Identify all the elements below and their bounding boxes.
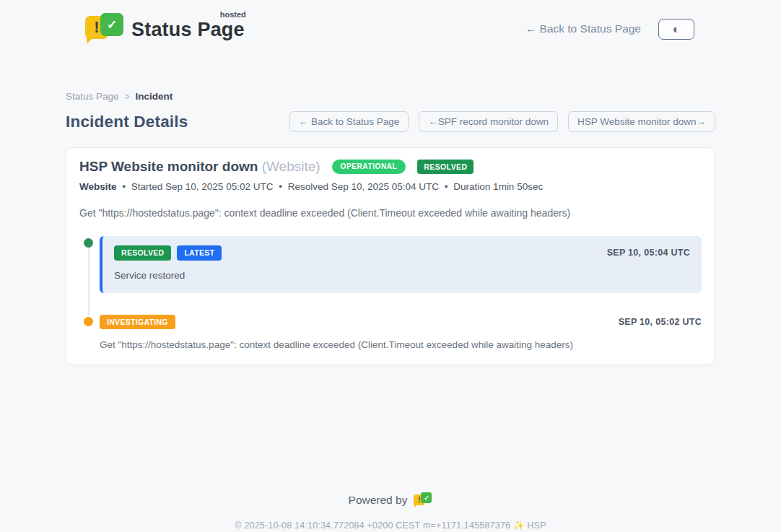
meta-separator: • (445, 181, 448, 192)
main-content: Status Page > Incident Incident Details … (66, 91, 715, 365)
next-incident-button[interactable]: HSP Website monitor down→ (568, 111, 715, 132)
copyright-line: © 2025-10-08 14:10:34.772084 +0200 CEST … (0, 520, 781, 531)
timeline-message: Get "https://hostedstatus.page": context… (100, 339, 702, 350)
page-footer: Powered by ! ✓ © 2025-10-08 14:10:34.772… (0, 492, 781, 531)
breadcrumb-status-page[interactable]: Status Page (66, 91, 119, 102)
meta-separator: • (279, 181, 282, 192)
latest-badge: LATEST (177, 245, 222, 261)
logo-text-wrap: Status Page hosted (131, 13, 245, 41)
investigating-badge: INVESTIGATING (100, 315, 175, 330)
theme-toggle-button[interactable]: ◐ (658, 19, 694, 40)
timeline-timestamp: SEP 10, 05:04 UTC (607, 248, 690, 258)
powered-by-label: Powered by (349, 494, 408, 507)
breadcrumb: Status Page > Incident (66, 91, 715, 102)
title-row: Incident Details ← Back to Status Page ←… (66, 111, 715, 132)
powered-by[interactable]: Powered by ! ✓ (349, 492, 433, 508)
back-to-status-page-button[interactable]: ← Back to Status Page (289, 111, 409, 132)
meta-separator: • (122, 181, 126, 192)
incident-meta: Website • Started Sep 10, 2025 05:02 UTC… (79, 181, 702, 192)
header-right: ← Back to Status Page ◐ (525, 19, 694, 40)
timeline-dot-column (79, 236, 98, 293)
incident-scope: (Website) (262, 159, 320, 174)
incident-timeline: RESOLVED LATEST SEP 10, 05:04 UTC Servic… (79, 236, 702, 350)
resolved-state-badge: RESOLVED (417, 160, 474, 175)
incident-title: HSP Website monitor down (Website) (79, 159, 320, 175)
timeline-entry-head: INVESTIGATING SEP 10, 05:02 UTC (100, 315, 702, 330)
orange-dot-icon (84, 317, 93, 326)
monitor-name: Website (79, 181, 117, 192)
prev-incident-button[interactable]: ←SPF record monitor down (419, 111, 558, 132)
timeline-entry-body: INVESTIGATING SEP 10, 05:02 UTC Get "htt… (98, 315, 702, 351)
mini-check-square-icon: ✓ (421, 492, 432, 503)
incident-nav-buttons: ← Back to Status Page ←SPF record monito… (289, 111, 715, 132)
breadcrumb-incident: Incident (136, 91, 173, 102)
timeline-entry-investigating: INVESTIGATING SEP 10, 05:02 UTC Get "htt… (79, 315, 702, 351)
green-dot-icon (84, 238, 93, 248)
started-at: Started Sep 10, 2025 05:02 UTC (131, 181, 274, 192)
resolved-at: Resolved Sep 10, 2025 05:04 UTC (288, 181, 439, 192)
operational-status-badge: OPERATIONAL (332, 160, 406, 174)
timeline-entry-head: RESOLVED LATEST SEP 10, 05:04 UTC (114, 245, 690, 261)
incident-title-row: HSP Website monitor down (Website) OPERA… (79, 159, 702, 175)
incident-card: HSP Website monitor down (Website) OPERA… (66, 147, 715, 365)
page-title: Incident Details (66, 113, 188, 131)
app-logo[interactable]: ! ✓ Status Page hosted (85, 13, 245, 45)
resolved-badge: RESOLVED (114, 245, 171, 261)
timeline-message: Service restored (114, 270, 690, 281)
site-header: ! ✓ Status Page hosted ← Back to Status … (0, 0, 781, 46)
status-page-mini-logo-icon: ! ✓ (414, 492, 432, 508)
timeline-entry-resolved: RESOLVED LATEST SEP 10, 05:04 UTC Servic… (79, 236, 702, 293)
timeline-entry-badges: RESOLVED LATEST (114, 245, 222, 261)
timeline-entry-badges: INVESTIGATING (100, 315, 175, 330)
logo-text: Status Page (131, 19, 245, 40)
logo-superscript: hosted (220, 10, 246, 19)
half-moon-contrast-icon: ◐ (673, 23, 680, 35)
breadcrumb-separator: > (125, 92, 130, 102)
status-page-logo-icon: ! ✓ (85, 13, 124, 45)
header-back-link[interactable]: ← Back to Status Page (525, 22, 641, 35)
duration: Duration 1min 50sec (453, 181, 543, 192)
timeline-dot-column (79, 315, 98, 351)
timeline-timestamp: SEP 10, 05:02 UTC (619, 317, 702, 327)
incident-name: HSP Website monitor down (79, 159, 258, 174)
incident-description: Get "https://hostedstatus.page": context… (79, 207, 702, 219)
timeline-entry-body: RESOLVED LATEST SEP 10, 05:04 UTC Servic… (100, 236, 702, 293)
check-square-icon: ✓ (100, 13, 123, 36)
